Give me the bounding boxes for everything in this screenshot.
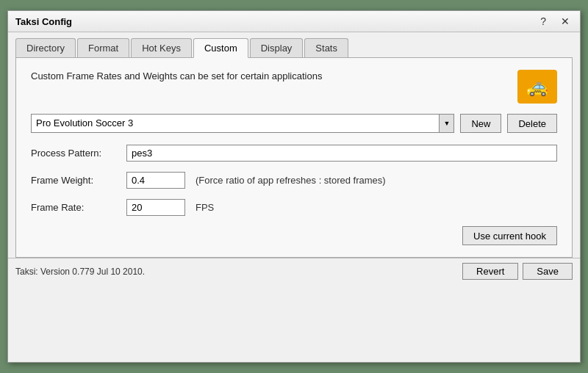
process-pattern-label: Process Pattern: [31, 148, 126, 159]
dropdown-arrow-icon[interactable]: ▼ [439, 115, 453, 132]
tab-bar: Directory Format Hot Keys Custom Display… [8, 32, 580, 57]
tab-display[interactable]: Display [250, 38, 304, 57]
app-selector-value: Pro Evolution Soccer 3 [32, 114, 439, 133]
delete-button[interactable]: Delete [507, 114, 557, 133]
frame-rate-label: Frame Rate: [31, 202, 126, 213]
tab-content: Custom Frame Rates and Weights can be se… [15, 57, 573, 258]
revert-button[interactable]: Revert [462, 263, 518, 280]
frame-weight-row: Frame Weight: (Force ratio of app refres… [31, 172, 557, 189]
title-bar: Taksi Config ? ✕ [8, 11, 580, 32]
frame-rate-input[interactable] [126, 199, 185, 216]
main-window: Taksi Config ? ✕ Directory Format Hot Ke… [7, 10, 581, 363]
process-pattern-input[interactable] [126, 145, 557, 162]
status-bar: Taksi: Version 0.779 Jul 10 2010. Revert… [8, 258, 580, 284]
frame-rate-row: Frame Rate: FPS [31, 199, 557, 216]
status-buttons: Revert Save [462, 263, 573, 280]
frame-weight-note: (Force ratio of app refreshes : stored f… [196, 175, 386, 186]
frame-rate-unit: FPS [196, 202, 214, 213]
use-current-hook-button[interactable]: Use current hook [462, 226, 557, 245]
tab-hotkeys[interactable]: Hot Keys [131, 38, 192, 57]
app-icon: 🚕 [517, 70, 557, 104]
process-pattern-row: Process Pattern: [31, 145, 557, 162]
description-row: Custom Frame Rates and Weights can be se… [31, 70, 557, 104]
help-button[interactable]: ? [537, 15, 549, 27]
tab-format[interactable]: Format [77, 38, 129, 57]
tab-directory[interactable]: Directory [15, 38, 76, 57]
app-select-row: Pro Evolution Soccer 3 ▼ New Delete [31, 114, 557, 133]
app-selector[interactable]: Pro Evolution Soccer 3 ▼ [31, 114, 454, 133]
frame-weight-label: Frame Weight: [31, 175, 126, 186]
action-row: Use current hook [31, 226, 557, 245]
save-button[interactable]: Save [523, 263, 573, 280]
title-bar-controls: ? ✕ [537, 15, 573, 27]
close-button[interactable]: ✕ [558, 15, 573, 27]
window-title: Taksi Config [15, 16, 72, 27]
tab-custom[interactable]: Custom [193, 38, 248, 58]
version-text: Taksi: Version 0.779 Jul 10 2010. [15, 267, 145, 277]
description-text: Custom Frame Rates and Weights can be se… [31, 70, 322, 83]
frame-weight-input[interactable] [126, 172, 185, 189]
new-button[interactable]: New [460, 114, 501, 133]
title-bar-left: Taksi Config [15, 16, 72, 27]
tab-stats[interactable]: Stats [304, 38, 348, 57]
